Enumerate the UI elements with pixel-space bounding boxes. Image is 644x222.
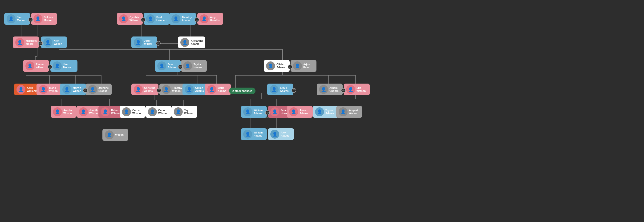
avatar-william-adams: 👤 bbox=[243, 107, 252, 116]
person-fred-lambert[interactable]: 👤 Fred Lambert bbox=[144, 13, 170, 25]
name-timothy-adams-sr: Timothy Adams bbox=[182, 16, 194, 22]
avatar-jennifer-wilson: 👤 bbox=[79, 107, 88, 116]
name-timothy-adams: Jim Moore bbox=[63, 63, 75, 69]
marriage-jerry-alexander[interactable]: ⓘ bbox=[156, 41, 160, 46]
person-alex-adams[interactable]: 👤 Alex Adams bbox=[268, 128, 294, 140]
name-christina-adams: Christina Adams bbox=[144, 86, 156, 92]
avatar-anna-adams: 👤 bbox=[289, 107, 298, 116]
person-margaret-moore[interactable]: 👤 Margaret Moore bbox=[13, 36, 39, 48]
avatar-tay-wilson: 👤 bbox=[174, 107, 183, 116]
name-taylor-adams: Taylor Adams bbox=[326, 109, 336, 115]
person-arham-chopra[interactable]: 👤 Arham Chopra bbox=[317, 84, 342, 95]
person-timothy-adams-sr[interactable]: 👤 Timothy Adams bbox=[169, 13, 196, 25]
avatar-jane-howell: 👤 bbox=[270, 107, 279, 116]
person-tay-wilson[interactable]: 👤 Tay Wilson bbox=[172, 106, 197, 118]
person-olivia-adams[interactable]: 👤 Olivia Adams bbox=[264, 60, 290, 72]
marriage-christina[interactable]: ⓘ bbox=[156, 88, 161, 93]
marriage-marvin-jazmine[interactable]: ⓘ bbox=[83, 88, 88, 93]
marriage-jim-delores[interactable]: ⓘ bbox=[28, 18, 33, 22]
person-taylor-adams[interactable]: 👤 Taylor Adams bbox=[313, 106, 338, 118]
avatar-jazmine-brooke: 👤 bbox=[88, 85, 97, 94]
person-eila-watson[interactable]: 👤 Eila Watson bbox=[344, 84, 370, 95]
marriage-emma-timothy[interactable]: ⓘ bbox=[48, 64, 52, 69]
avatar-carrie-wilson: 👤 bbox=[122, 107, 131, 116]
name-eila-watson: Eila Watson bbox=[356, 86, 367, 92]
name-august-watson: August Watson bbox=[349, 109, 360, 115]
name-delores-moore: Delores Moore bbox=[44, 16, 55, 22]
avatar-april-williams: 👤 bbox=[16, 85, 26, 94]
person-jim-moore[interactable]: 👤 Jim Moore bbox=[4, 13, 30, 25]
avatar-alexander-adams: 👤 bbox=[180, 38, 189, 47]
person-nick-wilson[interactable]: 👤 Nick Wilson bbox=[41, 36, 67, 48]
name-fred-lambert: Fred Lambert bbox=[156, 16, 167, 22]
person-jerry-willow[interactable]: 👤 Jerry Willow bbox=[132, 36, 157, 48]
person-jazmine-brooke[interactable]: 👤 Jazmine Brooke bbox=[86, 84, 112, 95]
name-arham-chopra: Arham Chopra bbox=[330, 86, 340, 92]
person-marie-adams[interactable]: 👤 Marie Adams bbox=[205, 84, 231, 95]
marriage-jake-taylor[interactable]: ⓘ bbox=[178, 64, 183, 69]
avatar-arham-chopra: 👤 bbox=[319, 85, 328, 94]
person-amelia-wilson[interactable]: 👤 Amelia Wilson bbox=[51, 106, 76, 118]
avatar-rebecca-wilson: 👤 bbox=[101, 107, 110, 116]
person-william-adams[interactable]: 👤 William Adams bbox=[241, 106, 267, 118]
person-cynthia-willow[interactable]: 👤 Cynthia Willow bbox=[117, 13, 143, 25]
person-arjun-patel[interactable]: 👤 Arjun Patel bbox=[290, 60, 316, 72]
avatar-marie-adams: 👤 bbox=[207, 85, 216, 94]
avatar-timothy-wilson: 👤 bbox=[162, 85, 171, 94]
person-maria-wilson[interactable]: 👤 Maria Wilson bbox=[36, 84, 62, 95]
name-amy-harolds: Amy Harolds bbox=[210, 16, 221, 22]
name-amelia-wilson: Amelia Wilson bbox=[63, 109, 74, 115]
person-amy-harolds[interactable]: 👤 Amy Harolds bbox=[197, 13, 223, 25]
person-taylor-humes[interactable]: 👤 Taylor Humes bbox=[181, 60, 207, 72]
person-timothy-adams[interactable]: 👤 Jim Moore bbox=[50, 60, 78, 72]
person-alexander-adams[interactable]: 👤 Alexander Adams bbox=[178, 36, 205, 48]
name-carlo-wilson: Carlo Wilson bbox=[158, 109, 169, 115]
avatar-amelia-wilson: 👤 bbox=[53, 107, 62, 116]
avatar-august-watson: 👤 bbox=[338, 107, 348, 116]
name-cynthia-willow: Cynthia Willow bbox=[130, 16, 140, 22]
avatar-alex-adams: 👤 bbox=[270, 130, 279, 139]
name-carrie-wilson: Carrie Wilson bbox=[132, 109, 143, 115]
avatar-william-adams-2: 👤 bbox=[243, 130, 252, 139]
person-delores-moore[interactable]: 👤 Delores Moore bbox=[31, 13, 57, 25]
person-jake-adams[interactable]: 👤 Jake Adams bbox=[155, 60, 181, 72]
avatar-amy-harolds: 👤 bbox=[200, 14, 208, 23]
avatar-timothy-adams: 👤 bbox=[53, 62, 62, 70]
person-william-adams-2[interactable]: 👤 William Adams bbox=[241, 128, 267, 140]
name-william-adams-2: William Adams bbox=[254, 131, 264, 137]
person-carrie-wilson[interactable]: 👤 Carrie Wilson bbox=[120, 106, 146, 118]
name-anna-adams: Anna Adams bbox=[300, 109, 310, 115]
name-arjun-patel: Arjun Patel bbox=[303, 63, 314, 69]
avatar-maria-wilson: 👤 bbox=[39, 85, 48, 94]
avatar-christina-adams: 👤 bbox=[134, 85, 143, 94]
marriage-william-jane[interactable]: ⓘ bbox=[265, 110, 270, 115]
name-nick-wilson: Nick Wilson bbox=[54, 39, 64, 46]
person-emma-wilson[interactable]: 👤 Emma Wilson bbox=[23, 60, 49, 72]
name-marie-adams: Marie Adams bbox=[218, 86, 228, 92]
avatar-margaret-moore: 👤 bbox=[15, 38, 24, 47]
marriage-cynthia-fred[interactable]: ⓘ bbox=[141, 18, 146, 22]
marriage-margaret-nick[interactable]: ⓘ bbox=[38, 41, 43, 46]
person-carlo-wilson[interactable]: 👤 Carlo Wilson bbox=[146, 106, 172, 118]
person-wilson[interactable]: 👤 Wilson bbox=[102, 129, 128, 141]
person-anna-adams[interactable]: 👤 Anna Adams bbox=[287, 106, 313, 118]
marriage-arham[interactable]: ⓘ bbox=[341, 88, 346, 93]
person-cullen-adams[interactable]: 👤 Cullen Adams bbox=[182, 84, 208, 95]
person-august-watson[interactable]: 👤 August Watson bbox=[336, 106, 362, 118]
avatar-emma-wilson: 👤 bbox=[26, 62, 34, 70]
other-spouses-node[interactable]: 2 other spouses bbox=[229, 88, 256, 94]
avatar-olivia-adams: 👤 bbox=[266, 62, 275, 70]
name-olivia-adams: Olivia Adams bbox=[276, 63, 287, 69]
person-steve-adams[interactable]: 👤 Steve Adams bbox=[267, 84, 293, 95]
person-marvin-wilson[interactable]: 👤 Marvin Wilson bbox=[60, 84, 86, 95]
marriage-steve[interactable]: ⓘ bbox=[292, 88, 296, 93]
name-taylor-humes: Taylor Humes bbox=[194, 63, 204, 69]
marriage-olivia-arjun[interactable]: ⓘ bbox=[288, 64, 292, 69]
name-emma-wilson: Emma Wilson bbox=[36, 63, 46, 69]
name-alex-adams: Alex Adams bbox=[281, 131, 292, 137]
person-christina-adams[interactable]: 👤 Christina Adams bbox=[132, 84, 158, 95]
avatar-taylor-humes: 👤 bbox=[183, 62, 192, 70]
marriage-timothy-amy[interactable]: ⓘ bbox=[194, 18, 199, 22]
avatar-nick-wilson: 👤 bbox=[43, 38, 52, 47]
name-jake-adams: Jake Adams bbox=[168, 63, 178, 69]
